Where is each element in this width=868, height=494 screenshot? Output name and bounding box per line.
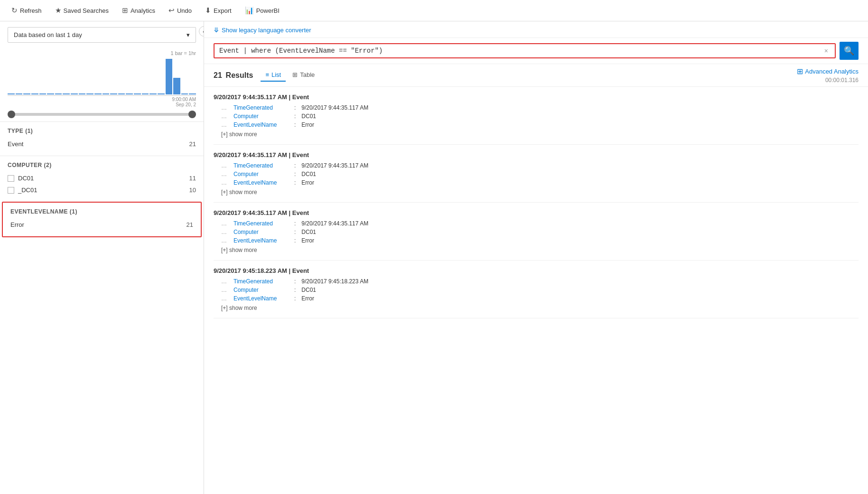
analytics-icon: ⊞: [122, 6, 128, 15]
show-more-4[interactable]: [+] show more: [214, 305, 859, 311]
ellipsis: …: [221, 179, 230, 186]
chart-bar: [94, 93, 102, 94]
filter-item-dc01[interactable]: DC01 11: [8, 172, 196, 184]
chart-bar-label: 1 bar = 1hr: [8, 50, 196, 56]
powerbi-button[interactable]: 📊 PowerBI: [239, 3, 285, 18]
tab-table[interactable]: ⊞ Table: [288, 69, 319, 82]
ellipsis: …: [221, 121, 230, 128]
field-value-computer-4: DC01: [301, 287, 316, 293]
main-layout: ❮ Data based on last 1 day ▾ 1 bar = 1hr: [0, 21, 868, 494]
chart-bar: [86, 93, 93, 94]
result-header-4: 9/20/2017 9:45:18.223 AM | Event: [214, 267, 859, 274]
saved-searches-button[interactable]: ★ Saved Searches: [49, 3, 114, 18]
search-bar-row: × 🔍: [204, 38, 868, 64]
result-item-1: 9/20/2017 9:44:35.117 AM | Event … TimeG…: [214, 87, 859, 145]
filter-item-dc01-under[interactable]: _DC01 10: [8, 184, 196, 196]
filter-count-dc01: 11: [189, 175, 196, 182]
ellipsis: …: [221, 104, 230, 111]
search-run-button[interactable]: 🔍: [840, 42, 859, 60]
result-fields-3: … TimeGenerated : 9/20/2017 9:44:35.117 …: [214, 220, 859, 244]
analytics-button[interactable]: ⊞ Analytics: [116, 3, 161, 18]
field-name-eventlevelname-4[interactable]: EventLevelName: [233, 295, 290, 302]
chart-bar: [189, 93, 196, 94]
field-name-timegenerated-1[interactable]: TimeGenerated: [233, 104, 290, 111]
field-name-eventlevelname-1[interactable]: EventLevelName: [233, 121, 290, 128]
count-label: Results: [226, 71, 253, 79]
result-item-2: 9/20/2017 9:44:35.117 AM | Event … TimeG…: [214, 145, 859, 203]
time-range-selector: Data based on last 1 day ▾: [8, 27, 196, 43]
chart-bar-tall: [166, 59, 173, 94]
chart-bar: [158, 93, 165, 94]
field-row: … Computer : DC01: [221, 287, 859, 293]
result-fields-2: … TimeGenerated : 9/20/2017 9:44:35.117 …: [214, 162, 859, 186]
show-more-2[interactable]: [+] show more: [214, 189, 859, 196]
chart-bar: [55, 93, 62, 94]
range-slider[interactable]: [8, 113, 196, 116]
results-toolbar: 21 Results ≡ List ⊞ Table ⊞: [204, 64, 868, 87]
field-name-computer-1[interactable]: Computer: [233, 113, 290, 120]
undo-button[interactable]: ↩ Undo: [163, 3, 197, 18]
tab-list-label: List: [271, 71, 281, 78]
search-input[interactable]: [219, 47, 822, 55]
chart-bar: [103, 93, 110, 94]
field-name-timegenerated-4[interactable]: TimeGenerated: [233, 278, 290, 285]
chart-bar: [126, 93, 133, 94]
search-input-wrapper: ×: [214, 43, 836, 58]
chart-bar: [134, 93, 141, 94]
range-handle-right[interactable]: [188, 111, 196, 118]
search-run-icon: 🔍: [844, 46, 854, 56]
tab-list[interactable]: ≡ List: [261, 69, 286, 82]
field-name-eventlevelname-3[interactable]: EventLevelName: [233, 237, 290, 244]
star-icon: ★: [55, 6, 61, 15]
show-more-3[interactable]: [+] show more: [214, 247, 859, 253]
legacy-lang-link[interactable]: ⤋ Show legacy language converter: [214, 26, 311, 34]
ellipsis: …: [221, 295, 230, 302]
sidebar-collapse-button[interactable]: ❮: [199, 26, 204, 37]
checkbox-dc01-under[interactable]: [8, 187, 14, 194]
field-row: … EventLevelName : Error: [221, 295, 859, 302]
undo-label: Undo: [177, 7, 192, 14]
filter-item-event: Event 21: [8, 138, 196, 150]
field-value-eventlevelname-3: Error: [301, 237, 314, 244]
count-number: 21: [214, 71, 222, 79]
legacy-lang-label: Show legacy language converter: [222, 27, 311, 34]
type-filter-title: TYPE (1): [8, 128, 196, 134]
export-button[interactable]: ⬇ Export: [199, 3, 237, 18]
result-item-4: 9/20/2017 9:45:18.223 AM | Event … TimeG…: [214, 261, 859, 318]
field-name-timegenerated-3[interactable]: TimeGenerated: [233, 220, 290, 227]
range-slider-container: [0, 109, 204, 121]
advanced-analytics-link[interactable]: ⊞ Advanced Analytics: [797, 67, 859, 76]
export-icon: ⬇: [205, 6, 211, 15]
field-name-timegenerated-2[interactable]: TimeGenerated: [233, 162, 290, 169]
search-clear-button[interactable]: ×: [822, 47, 830, 55]
ellipsis: …: [221, 229, 230, 235]
show-more-1[interactable]: [+] show more: [214, 131, 859, 138]
collapse-icon: ❮: [202, 28, 205, 35]
analytics-label: Analytics: [131, 7, 155, 14]
saved-searches-label: Saved Searches: [64, 7, 109, 14]
checkbox-dc01[interactable]: [8, 175, 14, 182]
view-tabs: ≡ List ⊞ Table: [261, 69, 319, 82]
field-name-eventlevelname-2[interactable]: EventLevelName: [233, 179, 290, 186]
chart-bars: [8, 58, 196, 96]
table-icon: ⊞: [292, 71, 298, 78]
result-header-2: 9/20/2017 9:44:35.117 AM | Event: [214, 151, 859, 158]
field-value-timegenerated-1: 9/20/2017 9:44:35.117 AM: [301, 104, 368, 111]
refresh-button[interactable]: ↻ Refresh: [6, 3, 47, 18]
field-value-timegenerated-3: 9/20/2017 9:44:35.117 AM: [301, 220, 368, 227]
chart-date-label: Sep 20, 2: [176, 102, 196, 107]
result-fields-1: … TimeGenerated : 9/20/2017 9:44:35.117 …: [214, 104, 859, 128]
filter-label-error: Error: [10, 221, 24, 228]
list-icon: ≡: [265, 71, 269, 78]
field-name-computer-2[interactable]: Computer: [233, 171, 290, 177]
chart-bar: [71, 93, 78, 94]
field-name-computer-3[interactable]: Computer: [233, 229, 290, 235]
filter-label-dc01-under: _DC01: [18, 186, 37, 194]
time-range-dropdown[interactable]: Data based on last 1 day ▾: [8, 27, 196, 43]
field-name-computer-4[interactable]: Computer: [233, 287, 290, 293]
range-handle-left[interactable]: [8, 111, 15, 118]
time-range-label: Data based on last 1 day: [14, 31, 82, 38]
chart-bar: [16, 93, 23, 94]
chart-bar: [63, 93, 70, 94]
chart-bar: [118, 93, 125, 94]
